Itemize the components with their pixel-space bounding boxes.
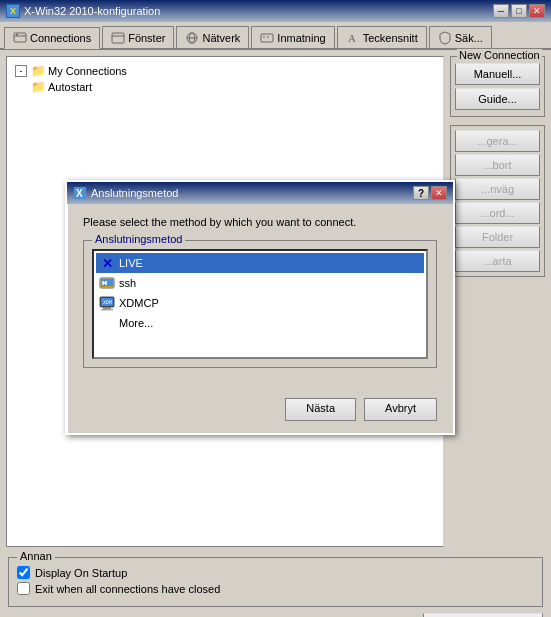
svg-rect-16 bbox=[100, 286, 114, 288]
svg-text:A: A bbox=[348, 32, 356, 44]
tab-inmatning-label: Inmatning bbox=[277, 32, 325, 44]
display-on-startup-row: Display On Startup bbox=[17, 566, 534, 579]
standardinstallningar-button[interactable]: Standardinställningar bbox=[423, 613, 543, 617]
tree-autostart-label: Autostart bbox=[48, 81, 92, 93]
live-item[interactable]: ✕ LIVE bbox=[96, 253, 424, 273]
tab-inmatning[interactable]: Inmatning bbox=[251, 26, 334, 48]
guide-button[interactable]: Guide... bbox=[455, 88, 540, 110]
tree-root-label: My Connections bbox=[48, 65, 127, 77]
new-connection-label: New Connection bbox=[457, 49, 542, 61]
bottom-area: Annan Display On Startup Exit when all c… bbox=[0, 553, 551, 617]
tab-bar: Connections Fönster Nätverk bbox=[0, 22, 551, 50]
input-icon bbox=[260, 31, 274, 45]
autostart-folder-icon: 📁 bbox=[31, 80, 46, 94]
tab-sak[interactable]: Säk... bbox=[429, 26, 492, 48]
tab-natverk[interactable]: Nätverk bbox=[176, 26, 249, 48]
connections-icon bbox=[13, 31, 27, 45]
live-label: LIVE bbox=[119, 257, 143, 269]
connection-method-listbox[interactable]: ✕ LIVE bbox=[92, 249, 428, 359]
window-title: X-Win32 2010-konfiguration bbox=[24, 5, 160, 17]
tab-connections[interactable]: Connections bbox=[4, 27, 100, 49]
dialog-title-icon: X bbox=[73, 186, 87, 200]
action-btn-0[interactable]: ...gera... bbox=[455, 130, 540, 152]
more-icon bbox=[99, 315, 115, 331]
svg-rect-8 bbox=[261, 34, 273, 42]
exit-connections-checkbox[interactable] bbox=[17, 582, 30, 595]
dialog-title-buttons: ? ✕ bbox=[413, 186, 447, 200]
exit-connections-label: Exit when all connections have closed bbox=[35, 583, 220, 595]
title-bar: X X-Win32 2010-konfiguration ─ □ ✕ bbox=[0, 0, 551, 22]
dialog-title: Anslutningsmetod bbox=[91, 187, 178, 199]
svg-text:XDM: XDM bbox=[103, 299, 112, 305]
ssh-label: ssh bbox=[119, 277, 136, 289]
network-icon bbox=[185, 31, 199, 45]
tab-natverk-label: Nätverk bbox=[202, 32, 240, 44]
svg-rect-3 bbox=[112, 33, 124, 43]
dialog-next-button[interactable]: Nästa bbox=[285, 398, 356, 421]
dialog-help-button[interactable]: ? bbox=[413, 186, 429, 200]
dialog-title-bar: X Anslutningsmetod ? ✕ bbox=[67, 182, 453, 204]
tab-teckensnitt-label: Teckensnitt bbox=[363, 32, 418, 44]
close-button[interactable]: ✕ bbox=[529, 4, 545, 18]
right-panel: New Connection Manuell... Guide... ...ge… bbox=[450, 56, 545, 547]
live-icon: ✕ bbox=[99, 255, 115, 271]
annan-label: Annan bbox=[17, 550, 55, 562]
folder-icon: 📁 bbox=[31, 64, 46, 78]
manuell-button[interactable]: Manuell... bbox=[455, 63, 540, 85]
svg-rect-23 bbox=[101, 309, 113, 311]
dialog-footer: Nästa Avbryt bbox=[67, 390, 453, 433]
action-btn-5[interactable]: ...arta bbox=[455, 250, 540, 272]
tab-sak-label: Säk... bbox=[455, 32, 483, 44]
tree-expand-icon[interactable]: - bbox=[15, 65, 27, 77]
anslutningsmetod-dialog: X Anslutningsmetod ? ✕ Please select the… bbox=[65, 180, 455, 435]
annan-box: Annan Display On Startup Exit when all c… bbox=[8, 557, 543, 607]
window-controls: ─ □ ✕ bbox=[493, 4, 545, 18]
dialog-group-label: Anslutningsmetod bbox=[92, 233, 185, 245]
tab-fonster[interactable]: Fönster bbox=[102, 26, 174, 48]
svg-text:X: X bbox=[76, 188, 83, 199]
tab-connections-label: Connections bbox=[30, 32, 91, 44]
tree-my-connections[interactable]: - 📁 My Connections bbox=[13, 63, 437, 79]
main-area: - 📁 My Connections 📁 Autostart New Conne… bbox=[0, 50, 551, 553]
anslutningsmetod-group: Anslutningsmetod ✕ LIVE bbox=[83, 240, 437, 368]
ssh-item[interactable]: ssh bbox=[96, 273, 424, 293]
dialog-description: Please select the method by which you wa… bbox=[83, 216, 437, 228]
svg-rect-22 bbox=[103, 307, 111, 309]
tree-autostart[interactable]: 📁 Autostart bbox=[29, 79, 437, 95]
action-btn-3[interactable]: ...ord... bbox=[455, 202, 540, 224]
xdmcp-label: XDMCP bbox=[119, 297, 159, 309]
font-icon: A bbox=[346, 31, 360, 45]
tab-fonster-label: Fönster bbox=[128, 32, 165, 44]
display-on-startup-label: Display On Startup bbox=[35, 567, 127, 579]
maximize-button[interactable]: □ bbox=[511, 4, 527, 18]
security-icon bbox=[438, 31, 452, 45]
window-tab-icon bbox=[111, 31, 125, 45]
window-icon: X bbox=[6, 4, 20, 18]
display-on-startup-checkbox[interactable] bbox=[17, 566, 30, 579]
action-btn-1[interactable]: ...bort bbox=[455, 154, 540, 176]
more-item[interactable]: More... bbox=[96, 313, 424, 333]
minimize-button[interactable]: ─ bbox=[493, 4, 509, 18]
action-btn-2[interactable]: ...nväg bbox=[455, 178, 540, 200]
svg-rect-0 bbox=[14, 33, 26, 42]
dialog-cancel-button[interactable]: Avbryt bbox=[364, 398, 437, 421]
dialog-close-button[interactable]: ✕ bbox=[431, 186, 447, 200]
tab-teckensnitt[interactable]: A Teckensnitt bbox=[337, 26, 427, 48]
dialog-content: Please select the method by which you wa… bbox=[67, 204, 453, 390]
more-label: More... bbox=[119, 317, 153, 329]
xdmcp-icon: XDM bbox=[99, 295, 115, 311]
action-btn-4[interactable]: Folder bbox=[455, 226, 540, 248]
exit-connections-row: Exit when all connections have closed bbox=[17, 582, 534, 595]
xdmcp-item[interactable]: XDM XDMCP bbox=[96, 293, 424, 313]
ssh-icon bbox=[99, 275, 115, 291]
svg-rect-2 bbox=[16, 34, 18, 36]
